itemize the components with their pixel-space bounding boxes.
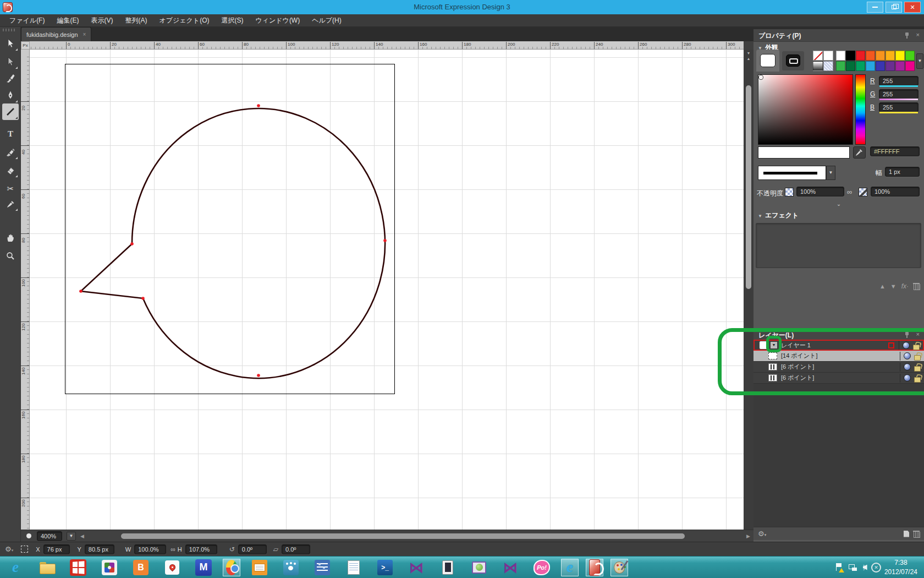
stroke-style-dropdown[interactable] <box>758 166 826 180</box>
lock-icon[interactable] <box>914 363 921 370</box>
menu-item-4[interactable]: オブジェクト(O) <box>153 14 215 26</box>
panel-close-icon[interactable]: × <box>916 31 920 38</box>
pin-icon[interactable] <box>904 32 910 39</box>
layer-row-0[interactable]: ▼レイヤー 1 <box>754 340 924 351</box>
text-tool[interactable]: T <box>2 126 19 142</box>
effects-section-header[interactable]: ▼エフェクト <box>758 211 799 220</box>
taskbar-icon-blogger[interactable]: B <box>132 559 150 576</box>
selection-tool[interactable] <box>2 35 19 52</box>
swatch-hatch[interactable] <box>823 61 833 71</box>
color-swatch-r1-1[interactable] <box>836 51 845 61</box>
tab-close-icon[interactable]: × <box>83 31 86 37</box>
properties-panel-header[interactable]: プロパティ(P) × <box>754 29 924 42</box>
visibility-eye-icon[interactable] <box>904 363 911 370</box>
section-collapse-chevron-icon[interactable]: ⌄ <box>754 201 924 207</box>
color-swatch-r2-1[interactable] <box>836 61 845 71</box>
palette-more-icon[interactable]: ▼ <box>916 53 923 69</box>
taskbar-icon-po-app[interactable]: Po! <box>533 559 551 576</box>
network-icon[interactable] <box>849 564 857 571</box>
taskbar-icon-notepad[interactable] <box>345 559 362 576</box>
eraser-tool[interactable] <box>2 162 19 178</box>
new-layer-icon[interactable] <box>904 531 909 537</box>
selection-marquee-icon[interactable] <box>21 546 28 553</box>
r-field[interactable]: 255 <box>879 76 919 86</box>
layer-row-2[interactable]: [6 ポイント] <box>754 362 924 373</box>
x-field[interactable]: 76 px <box>43 544 70 554</box>
taskbar-icon-internet-explorer-2[interactable]: e <box>561 559 579 576</box>
move-effect-down-icon[interactable]: ▼ <box>890 283 897 290</box>
lock-icon[interactable] <box>914 352 921 359</box>
layer-row-3[interactable]: [6 ポイント] <box>754 373 924 384</box>
pen-tool[interactable] <box>2 87 19 103</box>
vertical-scrollbar-thumb[interactable] <box>746 85 751 289</box>
speech-bubble-path[interactable] <box>30 50 744 530</box>
hex-color-field[interactable]: #FFFFFF <box>870 146 920 156</box>
menu-item-6[interactable]: ウィンドウ(W) <box>249 14 306 26</box>
color-swatch-r2-8[interactable] <box>905 61 915 71</box>
color-swatch-r2-3[interactable] <box>856 61 865 71</box>
b-field[interactable]: 255 <box>879 102 919 112</box>
color-picker-indicator[interactable] <box>759 75 763 79</box>
menu-item-0[interactable]: ファイル(F) <box>3 14 51 26</box>
taskbar-icon-visual-studio[interactable]: ⋈ <box>408 559 425 576</box>
delete-layer-icon[interactable] <box>914 531 920 537</box>
fill-swatch-button[interactable] <box>760 54 776 67</box>
stroke-opacity-field[interactable]: 100% <box>871 187 920 197</box>
lock-icon[interactable] <box>913 342 920 349</box>
action-center-flag-icon[interactable] <box>835 563 843 571</box>
taskbar-clock[interactable]: 7:38 2012/07/24 <box>884 558 917 576</box>
lock-icon[interactable] <box>914 374 921 381</box>
zoom-tool[interactable] <box>2 248 19 264</box>
paintbrush-tool[interactable] <box>2 70 19 86</box>
anchor-point[interactable] <box>257 374 260 377</box>
color-swatch-r1-2[interactable] <box>846 51 855 61</box>
vertical-scrollbar[interactable]: ▼▲ <box>744 50 754 530</box>
pin-icon[interactable] <box>904 331 910 338</box>
add-effect-button[interactable]: fx· <box>901 282 909 290</box>
color-swatch-r1-3[interactable] <box>856 51 865 61</box>
color-swatch-r2-2[interactable] <box>846 61 855 71</box>
anchor-point[interactable] <box>79 290 82 293</box>
layer-row-1[interactable]: [14 ポイント] <box>754 351 924 362</box>
direct-selection-tool[interactable] <box>2 53 19 70</box>
move-effect-up-icon[interactable]: ▲ <box>879 283 886 290</box>
pan-tool[interactable] <box>2 230 19 246</box>
taskbar-icon-powershell[interactable]: >_ <box>376 559 394 576</box>
toolbox-grip[interactable] <box>3 29 16 31</box>
taskbar-icon-internet-explorer[interactable]: e <box>7 559 24 576</box>
color-swatch-r1-6[interactable] <box>886 51 895 61</box>
color-swatch-r2-6[interactable] <box>886 61 895 71</box>
marker-tool[interactable] <box>2 144 19 160</box>
color-picker-area[interactable] <box>758 74 853 145</box>
y-field[interactable]: 80.5 px <box>85 544 114 554</box>
taskbar-icon-visual-studio-2[interactable]: ⋈ <box>502 559 519 576</box>
delete-effect-icon[interactable] <box>914 283 920 290</box>
panel-close-icon[interactable]: × <box>916 331 920 337</box>
color-swatch-r2-4[interactable] <box>866 61 875 71</box>
visibility-eye-icon[interactable] <box>904 352 911 359</box>
color-swatch-r1-5[interactable] <box>876 51 885 61</box>
eyedropper-tool[interactable] <box>2 195 19 212</box>
swatch-no-color[interactable] <box>813 51 823 61</box>
color-swatch-r2-7[interactable] <box>895 61 905 71</box>
layer-expand-triangle-icon[interactable]: ▼ <box>771 342 777 348</box>
horizontal-scrollbar-thumb[interactable] <box>121 533 685 539</box>
anchor-point[interactable] <box>130 242 134 246</box>
stroke-swatch-button[interactable] <box>786 54 800 67</box>
layer-options-gear-icon[interactable]: ⚙▾ <box>758 530 766 538</box>
stroke-style-dropdown-icon[interactable]: ▼ <box>826 166 835 180</box>
scissors-tool[interactable]: ✂ <box>2 180 19 197</box>
anchor-point[interactable] <box>257 104 260 107</box>
panel-collapse-icons[interactable]: ▼▲ <box>744 51 754 62</box>
document-tab[interactable]: fukidashibig.design × <box>21 27 91 41</box>
bubble-outline[interactable] <box>81 108 385 378</box>
visibility-eye-icon[interactable] <box>904 374 911 381</box>
taskbar-icon-picasa[interactable] <box>101 559 118 576</box>
anchor-point[interactable] <box>141 297 145 300</box>
menu-item-2[interactable]: 表示(V) <box>85 14 119 26</box>
w-field[interactable]: 100.0% <box>134 544 166 554</box>
link-opacity-icon[interactable]: ∞ <box>847 188 852 196</box>
g-field[interactable]: 255 <box>879 89 919 99</box>
anchor-point[interactable] <box>383 239 387 242</box>
taskbar-icon-google-maps[interactable] <box>163 559 181 576</box>
